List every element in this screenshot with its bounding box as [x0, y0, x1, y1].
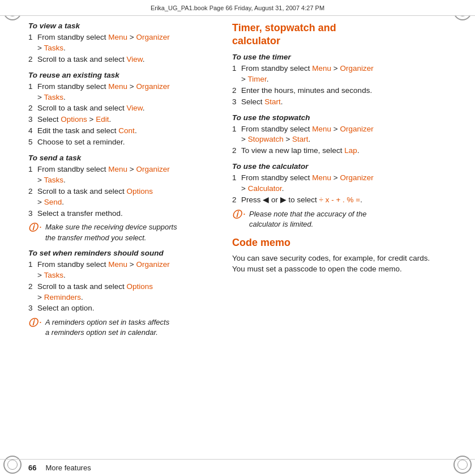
link-organizer: Organizer [340, 64, 373, 73]
note-transfer: ⓘ • Make sure the receiving device suppo… [28, 222, 215, 243]
reuse-task-list: 1 From standby select Menu > Organizer> … [28, 82, 215, 148]
note-dot: • [243, 211, 248, 216]
header-text: Erika_UG_PA1.book Page 66 Friday, August… [6, 5, 469, 11]
list-item: 3 Select Start. [232, 97, 442, 108]
link-edit: Edit [96, 115, 109, 124]
formula: ÷ x - + . % = [319, 196, 361, 204]
note-text: Please note that the accuracy of thecalc… [249, 209, 442, 230]
note-dot: • [40, 320, 44, 325]
calculator-list: 1 From standby select Menu > Organizer> … [232, 173, 442, 206]
section-calculator-title: To use the calculator [232, 162, 442, 171]
list-item: 1 From standby select Menu > Organizer> … [28, 260, 215, 281]
section-reminders-title: To set when reminders should sound [28, 249, 215, 257]
note-text: Make sure the receiving device supportst… [45, 222, 215, 243]
list-item: 3 Select an option. [28, 303, 215, 314]
list-item: 1 From standby select Menu > Organizer> … [232, 63, 442, 85]
list-item: 4 Edit the task and select Cont. [28, 126, 215, 137]
list-item: 2 Scroll to a task and select Options> R… [28, 282, 215, 303]
note-calculator: ⓘ • Please note that the accuracy of the… [232, 209, 442, 230]
link-menu: Menu [108, 33, 127, 41]
link-tasks: Tasks [44, 44, 63, 52]
note-reminders: ⓘ • A reminders option set in tasks affe… [28, 317, 215, 338]
note-icon: ⓘ [28, 317, 38, 329]
link-start: Start [264, 97, 281, 106]
reminders-list: 1 From standby select Menu > Organizer> … [28, 260, 215, 314]
link-menu: Menu [312, 125, 331, 133]
right-column: Timer, stopwatch and calculator To use t… [226, 22, 464, 459]
link-lap: Lap [344, 146, 357, 155]
note-text: A reminders option set in tasks affectsa… [45, 317, 215, 338]
stopwatch-list: 1 From standby select Menu > Organizer> … [232, 124, 442, 157]
link-organizer: Organizer [136, 82, 169, 91]
link-menu: Menu [108, 82, 127, 91]
section-view-task-title: To view a task [28, 22, 215, 30]
link-organizer: Organizer [340, 125, 373, 133]
link-stopwatch: Stopwatch [248, 135, 284, 143]
link-options: Options [127, 282, 153, 291]
list-item: 2 Press ◀ or ▶ to select ÷ x - + . % =. [232, 195, 442, 206]
footer-bar: 66 More features [0, 459, 475, 476]
link-menu: Menu [108, 260, 127, 269]
note-icon: ⓘ [232, 209, 242, 221]
list-item: 2 To view a new lap time, select Lap. [232, 146, 442, 156]
footer-label: More features [45, 464, 91, 472]
list-item: 2 Scroll to a task and select View. [28, 54, 215, 65]
section-timer-title: To use the timer [232, 53, 442, 61]
link-organizer: Organizer [136, 165, 169, 173]
link-options: Options [127, 187, 153, 196]
code-memo-body: You can save security codes, for example… [232, 253, 442, 275]
section-reuse-task-title: To reuse an existing task [28, 71, 215, 79]
link-menu: Menu [312, 173, 331, 182]
view-task-list: 1 From standby select Menu > Organizer> … [28, 32, 215, 65]
link-tasks: Tasks [44, 93, 63, 101]
list-item: 1 From standby select Menu > Organizer> … [28, 32, 215, 54]
section-timer-stopwatch-title: Timer, stopwatch and calculator [232, 22, 442, 47]
link-calculator: Calculator [248, 184, 282, 193]
list-item: 1 From standby select Menu > Organizer> … [232, 124, 442, 146]
link-tasks: Tasks [44, 176, 63, 184]
link-tasks: Tasks [44, 271, 63, 279]
send-task-list: 1 From standby select Menu > Organizer> … [28, 164, 215, 219]
link-organizer: Organizer [340, 173, 373, 182]
list-item: 2 Scroll to a task and select Options> S… [28, 186, 215, 208]
link-view: View [127, 55, 143, 63]
link-organizer: Organizer [136, 260, 169, 269]
note-icon: ⓘ [28, 222, 38, 234]
section-send-task-title: To send a task [28, 154, 215, 162]
link-send: Send [44, 198, 62, 206]
list-item: 1 From standby select Menu > Organizer> … [232, 173, 442, 194]
footer-page-number: 66 [28, 464, 36, 472]
list-item: 5 Choose to set a reminder. [28, 137, 215, 148]
link-cont: Cont [118, 126, 135, 135]
link-timer: Timer [247, 75, 266, 83]
link-reminders: Reminders [44, 293, 81, 301]
note-dot: • [40, 224, 44, 230]
left-column: To view a task 1 From standby select Men… [0, 22, 226, 459]
list-item: 2 Scroll to a task and select View. [28, 103, 215, 114]
link-menu: Menu [108, 165, 127, 173]
main-content: To view a task 1 From standby select Men… [0, 16, 475, 459]
link-menu: Menu [312, 64, 331, 73]
list-item: 1 From standby select Menu > Organizer> … [28, 164, 215, 186]
list-item: 1 From standby select Menu > Organizer> … [28, 82, 215, 103]
code-memo-title: Code memo [232, 236, 442, 249]
section-stopwatch-title: To use the stopwatch [232, 113, 442, 122]
link-options: Options [61, 115, 87, 124]
list-item: 3 Select a transfer method. [28, 209, 215, 219]
header-bar: Erika_UG_PA1.book Page 66 Friday, August… [0, 0, 475, 16]
list-item: 2 Enter the hours, minutes and seconds. [232, 86, 442, 96]
list-item: 3 Select Options > Edit. [28, 114, 215, 125]
link-view: View [127, 104, 143, 112]
link-organizer: Organizer [136, 33, 169, 41]
link-start: Start [292, 135, 309, 143]
timer-list: 1 From standby select Menu > Organizer> … [232, 63, 442, 108]
